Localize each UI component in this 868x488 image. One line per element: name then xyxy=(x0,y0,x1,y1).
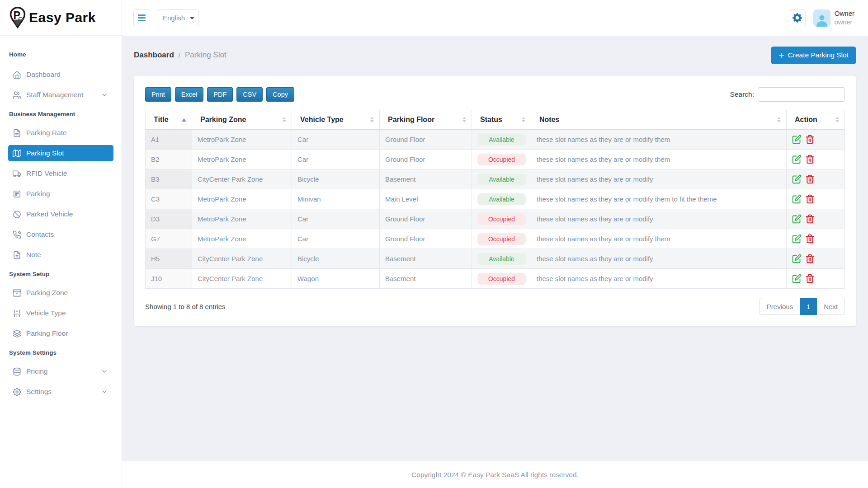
search-input[interactable] xyxy=(758,87,845,102)
action-icons xyxy=(792,234,839,244)
create-parking-slot-button[interactable]: + Create Parking Slot xyxy=(771,47,856,64)
breadcrumb-dashboard-link[interactable]: Dashboard xyxy=(134,51,174,60)
cell-notes: these slot names as they are or modify xyxy=(531,249,787,269)
status-badge: Occupied xyxy=(477,213,526,225)
trash-icon[interactable] xyxy=(805,174,815,184)
action-icons xyxy=(792,155,839,164)
pagination-previous-button[interactable]: Previous xyxy=(760,298,800,315)
cell-notes: these slot names as they are or modify xyxy=(531,269,787,289)
parking-slot-table: TitleParking ZoneVehicle TypeParking Flo… xyxy=(145,110,845,289)
status-badge: Occupied xyxy=(477,154,526,165)
card-toolbar: PrintExcelPDFCSVCopy Search: xyxy=(145,87,845,102)
edit-icon[interactable] xyxy=(792,174,802,184)
status-badge: Available xyxy=(477,193,526,205)
cell-status: Available xyxy=(472,189,531,209)
main-column: English Owner owner Dashboard / Parking … xyxy=(122,0,868,488)
trash-icon[interactable] xyxy=(805,234,815,244)
edit-icon[interactable] xyxy=(792,155,802,164)
table-row-j10: J10CityCenter Park ZoneWagonBasementOccu… xyxy=(146,269,845,289)
sidebar-item-parking-rate[interactable]: Parking Rate xyxy=(8,125,113,141)
pagination-page-1-button[interactable]: 1 xyxy=(800,298,817,315)
parking-meter-icon xyxy=(13,190,21,198)
database-icon xyxy=(13,367,21,376)
cell-floor: Ground Floor xyxy=(380,150,472,169)
export-excel-button[interactable]: Excel xyxy=(175,87,203,102)
sidebar-item-parking-zone[interactable]: Parking Zone xyxy=(8,285,113,301)
column-label: Vehicle Type xyxy=(300,116,370,124)
sidebar-item-label: Settings xyxy=(26,388,101,396)
trash-icon[interactable] xyxy=(805,155,815,164)
export-csv-button[interactable]: CSV xyxy=(236,87,263,102)
sliders-icon xyxy=(13,309,21,318)
users-icon xyxy=(13,91,21,99)
sidebar-item-parking-floor[interactable]: Parking Floor xyxy=(8,325,113,342)
column-header-notes[interactable]: Notes xyxy=(531,110,787,130)
sidebar-item-rfid-vehicle[interactable]: RFID Vehicle xyxy=(8,165,113,182)
edit-icon[interactable] xyxy=(792,214,802,224)
sort-icon xyxy=(370,117,374,123)
hamburger-icon xyxy=(138,14,146,16)
sidebar-item-staff-management[interactable]: Staff Management xyxy=(8,87,113,103)
status-badge: Occupied xyxy=(477,233,526,245)
edit-icon[interactable] xyxy=(792,194,802,204)
person-icon xyxy=(815,13,829,27)
export-copy-button[interactable]: Copy xyxy=(266,87,294,102)
trash-icon[interactable] xyxy=(805,135,815,144)
sidebar-item-note[interactable]: Note xyxy=(8,247,113,263)
sidebar-item-label: Parked Vehicle xyxy=(26,210,108,218)
sidebar-item-vehicle-type[interactable]: Vehicle Type xyxy=(8,305,113,321)
cell-zone: MetroPark Zone xyxy=(192,229,292,249)
pagination-next-button[interactable]: Next xyxy=(816,298,845,315)
sidebar-item-contacts[interactable]: Contacts xyxy=(8,226,113,243)
column-header-status[interactable]: Status xyxy=(472,110,531,130)
column-header-vehicle-type[interactable]: Vehicle Type xyxy=(292,110,380,130)
language-select[interactable]: English xyxy=(158,9,199,26)
cell-action xyxy=(787,269,845,289)
table-info: Showing 1 to 8 of 8 entries xyxy=(145,303,226,310)
column-header-parking-zone[interactable]: Parking Zone xyxy=(192,110,292,130)
sidebar-item-parked-vehicle[interactable]: Parked Vehicle xyxy=(8,206,113,222)
sidebar-item-parking[interactable]: Parking xyxy=(8,186,113,202)
cell-action xyxy=(787,130,845,150)
edit-icon[interactable] xyxy=(792,135,802,144)
page-footer: Copyright 2024 © Easy Park SaaS All righ… xyxy=(122,461,868,488)
column-header-action[interactable]: Action xyxy=(787,110,845,130)
trash-icon[interactable] xyxy=(805,194,815,204)
user-info[interactable]: Owner owner xyxy=(835,9,854,26)
app-logo[interactable]: P Easy Park xyxy=(0,0,122,36)
sidebar-item-settings[interactable]: Settings xyxy=(8,384,113,400)
status-badge: Available xyxy=(477,174,526,185)
map-icon xyxy=(13,149,21,158)
column-header-title[interactable]: Title xyxy=(146,110,192,130)
cell-zone: MetroPark Zone xyxy=(192,150,292,169)
avatar[interactable] xyxy=(813,9,830,27)
sidebar-item-dashboard[interactable]: Dashboard xyxy=(8,66,113,83)
cell-title: A1 xyxy=(146,130,192,150)
sidebar-item-label: RFID Vehicle xyxy=(26,169,108,178)
cell-title: H5 xyxy=(146,249,192,269)
sort-icon xyxy=(835,117,839,123)
sidebar-item-parking-slot[interactable]: Parking Slot xyxy=(8,145,113,161)
sidebar-item-pricing[interactable]: Pricing xyxy=(8,363,113,380)
column-header-parking-floor[interactable]: Parking Floor xyxy=(380,110,472,130)
edit-icon[interactable] xyxy=(792,254,802,263)
export-pdf-button[interactable]: PDF xyxy=(207,87,233,102)
trash-icon[interactable] xyxy=(805,254,815,263)
cell-floor: Basement xyxy=(380,249,472,269)
ban-icon xyxy=(13,210,21,219)
settings-button[interactable] xyxy=(789,9,806,26)
nav-section-business-management: Business Management xyxy=(8,110,113,118)
sort-icon xyxy=(777,117,781,123)
edit-icon[interactable] xyxy=(792,234,802,244)
trash-icon[interactable] xyxy=(805,274,815,283)
edit-icon[interactable] xyxy=(792,274,802,283)
trash-icon[interactable] xyxy=(805,214,815,224)
chevron-down-icon xyxy=(101,388,108,395)
cell-vehicle_type: Car xyxy=(292,130,380,150)
table-row-b2: B2MetroPark ZoneCarGround FloorOccupiedt… xyxy=(146,150,845,169)
app-name: Easy Park xyxy=(29,10,96,25)
cell-vehicle_type: Bicycle xyxy=(292,169,380,189)
cell-zone: MetroPark Zone xyxy=(192,130,292,150)
sidebar-toggle-button[interactable] xyxy=(133,9,150,26)
export-print-button[interactable]: Print xyxy=(145,87,171,102)
